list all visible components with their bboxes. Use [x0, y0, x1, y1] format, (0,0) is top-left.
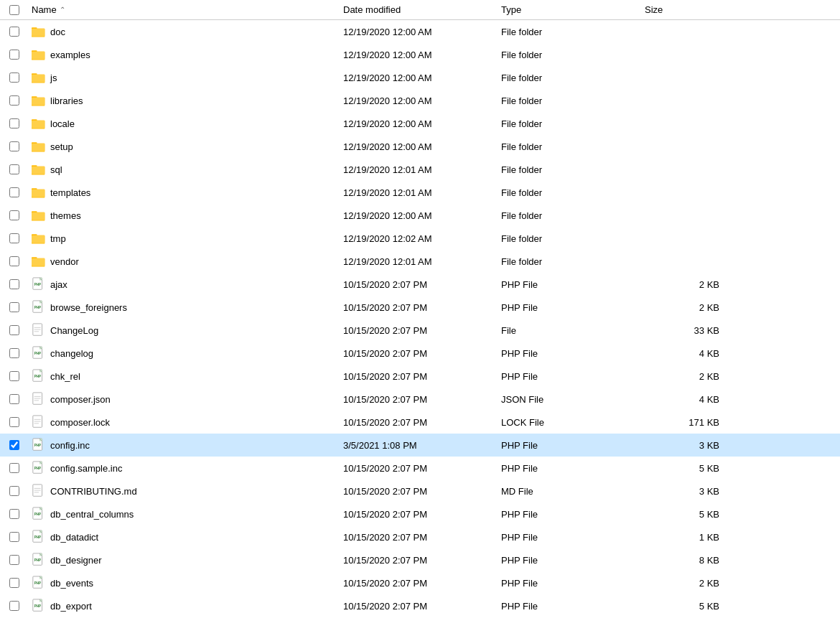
row-checkbox[interactable]	[9, 141, 19, 151]
row-checkbox[interactable]	[9, 50, 19, 60]
table-row[interactable]: CONTRIBUTING.md 10/15/2020 2:07 PM MD Fi…	[0, 480, 840, 502]
file-name: composer.json	[50, 394, 111, 405]
table-row[interactable]: examples 12/19/2020 12:00 AM File folder	[0, 43, 840, 66]
table-row[interactable]: PHP db_events 10/15/2020 2:07 PM PHP Fil…	[0, 571, 840, 594]
row-checkbox[interactable]	[9, 509, 19, 519]
row-checkbox-cell	[0, 417, 29, 427]
header-name-col[interactable]: Name ⌃	[29, 3, 337, 17]
row-type-cell: File folder	[495, 94, 639, 108]
table-row[interactable]: PHP db_datadict 10/15/2020 2:07 PM PHP F…	[0, 525, 840, 548]
folder-icon	[32, 47, 46, 62]
row-checkbox[interactable]	[9, 118, 19, 128]
row-checkbox[interactable]	[9, 164, 19, 174]
table-row[interactable]: PHP config.inc 3/5/2021 1:08 PM PHP File…	[0, 434, 840, 457]
row-name-cell: locale	[29, 115, 337, 132]
table-row[interactable]: PHP ajax 10/15/2020 2:07 PM PHP File 2 K…	[0, 273, 840, 296]
table-row[interactable]: templates 12/19/2020 12:01 AM File folde…	[0, 181, 840, 204]
row-checkbox[interactable]	[9, 27, 19, 37]
table-row[interactable]: PHP db_export 10/15/2020 2:07 PM PHP Fil…	[0, 594, 840, 617]
row-checkbox[interactable]	[9, 532, 19, 542]
row-type-cell: File folder	[495, 232, 639, 245]
header-checkbox-col	[0, 5, 29, 15]
svg-rect-5	[32, 52, 45, 60]
svg-text:PHP: PHP	[34, 375, 41, 378]
header-size-col[interactable]: Size	[639, 3, 725, 17]
row-date-cell: 10/15/2020 2:07 PM	[337, 576, 495, 590]
header-date-label: Date modified	[343, 4, 401, 15]
table-row[interactable]: PHP db_designer 10/15/2020 2:07 PM PHP F…	[0, 548, 840, 571]
row-checkbox-cell	[0, 50, 29, 60]
file-name: db_datadict	[50, 532, 98, 543]
row-checkbox[interactable]	[9, 279, 19, 289]
table-row[interactable]: themes 12/19/2020 12:00 AM File folder	[0, 204, 840, 227]
row-checkbox[interactable]	[9, 302, 19, 312]
row-checkbox[interactable]	[9, 325, 19, 335]
row-name-cell: PHP browse_foreigners	[29, 299, 337, 316]
row-checkbox-cell	[0, 95, 29, 106]
row-type-cell: File folder	[495, 255, 639, 268]
row-name-cell: ChangeLog	[29, 322, 337, 339]
row-checkbox-cell	[0, 164, 29, 174]
row-checkbox[interactable]	[9, 601, 19, 611]
row-date-cell: 12/19/2020 12:01 AM	[337, 163, 495, 177]
table-row[interactable]: locale 12/19/2020 12:00 AM File folder	[0, 112, 840, 135]
row-size-cell	[639, 76, 725, 79]
table-row[interactable]: vendor 12/19/2020 12:01 AM File folder	[0, 250, 840, 273]
row-checkbox[interactable]	[9, 555, 19, 565]
row-checkbox[interactable]	[9, 348, 19, 358]
folder-icon	[32, 208, 46, 223]
table-row[interactable]: tmp 12/19/2020 12:02 AM File folder	[0, 227, 840, 250]
row-checkbox[interactable]	[9, 371, 19, 381]
row-type-cell: File	[495, 324, 639, 337]
row-checkbox[interactable]	[9, 578, 19, 588]
row-checkbox-cell	[0, 394, 29, 404]
row-size-cell: 3 KB	[639, 485, 725, 498]
row-type-cell: File folder	[495, 48, 639, 62]
php-file-icon: PHP	[32, 346, 46, 360]
row-type-cell: PHP File	[495, 301, 639, 314]
header-type-col[interactable]: Type	[495, 3, 639, 17]
row-checkbox[interactable]	[9, 417, 19, 427]
table-row[interactable]: js 12/19/2020 12:00 AM File folder	[0, 66, 840, 89]
row-name-cell: CONTRIBUTING.md	[29, 482, 337, 500]
row-name-cell: PHP config.inc	[29, 436, 337, 454]
row-name-cell: composer.lock	[29, 413, 337, 431]
table-row[interactable]: composer.json 10/15/2020 2:07 PM JSON Fi…	[0, 388, 840, 411]
table-row[interactable]: sql 12/19/2020 12:01 AM File folder	[0, 158, 840, 181]
row-name-cell: PHP db_export	[29, 597, 337, 614]
row-checkbox[interactable]	[9, 95, 19, 106]
select-all-checkbox[interactable]	[9, 5, 19, 15]
row-checkbox[interactable]	[9, 73, 19, 83]
table-row[interactable]: PHP chk_rel 10/15/2020 2:07 PM PHP File …	[0, 365, 840, 388]
row-checkbox[interactable]	[9, 486, 19, 496]
svg-rect-32	[32, 258, 45, 266]
folder-icon	[32, 139, 46, 154]
row-checkbox[interactable]	[9, 233, 19, 243]
php-file-icon: PHP	[32, 277, 46, 291]
row-checkbox[interactable]	[9, 394, 19, 404]
table-row[interactable]: PHP db_central_columns 10/15/2020 2:07 P…	[0, 502, 840, 525]
file-name: tmp	[50, 233, 66, 244]
row-checkbox-cell	[0, 118, 29, 128]
header-date-col[interactable]: Date modified	[337, 3, 495, 17]
svg-rect-26	[32, 212, 45, 220]
row-checkbox[interactable]	[9, 210, 19, 220]
file-name: setup	[50, 141, 73, 152]
row-size-cell	[639, 53, 725, 56]
row-checkbox[interactable]	[9, 187, 19, 197]
table-row[interactable]: setup 12/19/2020 12:00 AM File folder	[0, 135, 840, 158]
table-row[interactable]: ChangeLog 10/15/2020 2:07 PM File 33 KB	[0, 319, 840, 342]
table-row[interactable]: composer.lock 10/15/2020 2:07 PM LOCK Fi…	[0, 411, 840, 434]
table-row[interactable]: PHP config.sample.inc 10/15/2020 2:07 PM…	[0, 457, 840, 480]
row-checkbox[interactable]	[9, 440, 19, 450]
row-checkbox[interactable]	[9, 463, 19, 473]
table-row[interactable]: libraries 12/19/2020 12:00 AM File folde…	[0, 89, 840, 112]
folder-icon	[32, 93, 46, 108]
svg-rect-2	[32, 29, 45, 37]
row-name-cell: PHP ajax	[29, 276, 337, 293]
row-checkbox[interactable]	[9, 256, 19, 266]
table-row[interactable]: PHP changelog 10/15/2020 2:07 PM PHP Fil…	[0, 342, 840, 365]
table-row[interactable]: PHP browse_foreigners 10/15/2020 2:07 PM…	[0, 296, 840, 319]
table-row[interactable]: doc 12/19/2020 12:00 AM File folder	[0, 20, 840, 43]
row-checkbox-cell	[0, 371, 29, 381]
